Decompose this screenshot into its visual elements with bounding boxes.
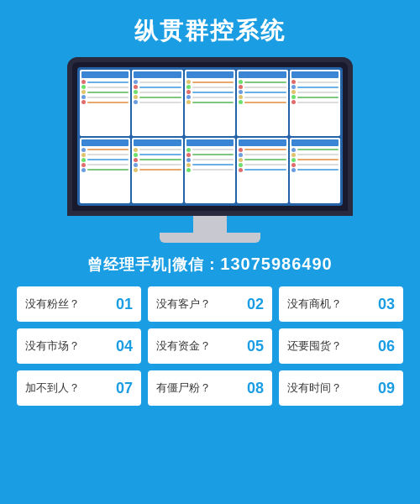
grid-item-number: 05 (247, 338, 264, 355)
grid-item-number: 04 (116, 338, 133, 355)
grid-item-label: 没有资金？ (156, 339, 211, 354)
monitor-screen-frame (67, 57, 353, 216)
screen-panel (237, 70, 287, 136)
grid-item[interactable]: 没有客户？02 (148, 286, 272, 322)
grid-item[interactable]: 没有粉丝？01 (17, 286, 141, 322)
screen-panel (290, 138, 340, 204)
grid-item-number: 01 (116, 296, 133, 313)
screen-panel (185, 70, 235, 136)
grid-item-label: 没有商机？ (287, 297, 342, 312)
grid-item-label: 加不到人？ (25, 381, 80, 396)
screen-panel (290, 70, 340, 136)
screen-panel (237, 138, 287, 204)
grid-item-label: 有僵尸粉？ (156, 381, 211, 396)
grid-item[interactable]: 没有资金？05 (148, 328, 272, 364)
grid-item-label: 没有市场？ (25, 339, 80, 354)
contact-label: 曾经理手机|微信： (87, 256, 220, 273)
screen-panel (132, 138, 182, 204)
grid-item[interactable]: 还要囤货？06 (279, 328, 403, 364)
grid-item[interactable]: 没有时间？09 (279, 370, 403, 406)
grid-item[interactable]: 没有市场？04 (17, 328, 141, 364)
grid-item-number: 08 (247, 380, 264, 397)
screen-panel (80, 138, 130, 204)
grid-item-label: 还要囤货？ (287, 339, 342, 354)
screen-panel (132, 70, 182, 136)
monitor-illustration (67, 57, 353, 243)
grid-item-number: 09 (378, 380, 395, 397)
feature-grid: 没有粉丝？01没有客户？02没有商机？03没有市场？04没有资金？05还要囤货？… (17, 286, 403, 406)
screen-panel (80, 70, 130, 136)
contact-info: 曾经理手机|微信：13075986490 (87, 255, 332, 275)
grid-item-label: 没有粉丝？ (25, 297, 80, 312)
grid-item[interactable]: 没有商机？03 (279, 286, 403, 322)
grid-item[interactable]: 加不到人？07 (17, 370, 141, 406)
grid-item-number: 07 (116, 380, 133, 397)
grid-item-number: 06 (378, 338, 395, 355)
grid-item-label: 没有时间？ (287, 381, 342, 396)
grid-item[interactable]: 有僵尸粉？08 (148, 370, 272, 406)
page-title: 纵贯群控系统 (134, 15, 286, 47)
screen-panel (185, 138, 235, 204)
grid-item-number: 02 (247, 296, 264, 313)
contact-phone: 13075986490 (220, 255, 332, 273)
grid-item-number: 03 (378, 296, 395, 313)
monitor-neck (193, 216, 227, 233)
grid-item-label: 没有客户？ (156, 297, 211, 312)
monitor-screen (77, 67, 343, 206)
monitor-base (160, 233, 260, 243)
